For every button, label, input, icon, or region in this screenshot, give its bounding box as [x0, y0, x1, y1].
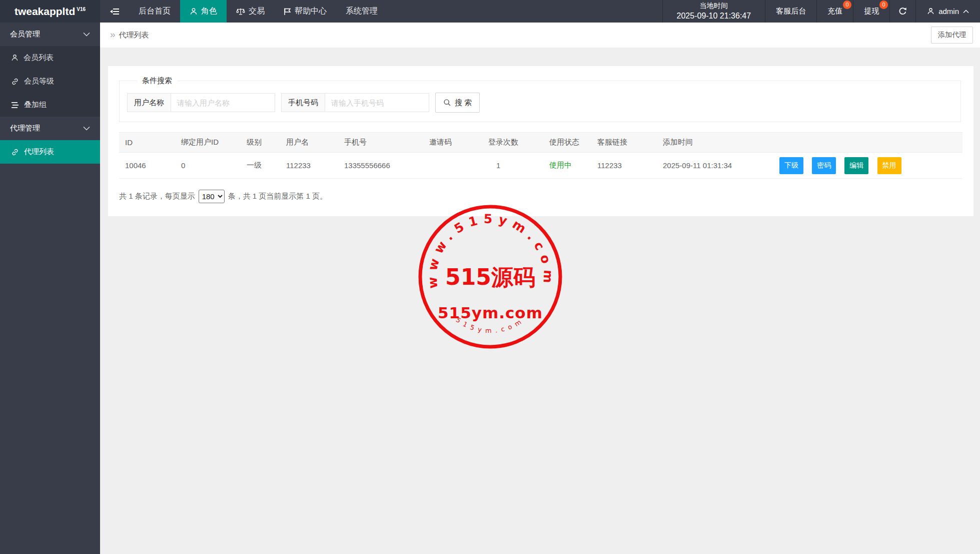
agent-table-wrap: ID 绑定用户ID 级别 用户名 手机号 邀请码 登录次数 使用状态 客服链接 … [119, 132, 962, 179]
menu-spread-icon [110, 8, 120, 16]
topnav-item-withdraw[interactable]: 提现 0 [853, 0, 890, 23]
search-button-label: 搜 索 [455, 98, 472, 108]
person-icon [11, 54, 19, 62]
watermark-center-text: 515源码 [445, 264, 535, 290]
cell-invite-code [423, 153, 482, 179]
search-button[interactable]: 搜 索 [435, 93, 480, 113]
topnav-label: 后台首页 [139, 6, 171, 17]
withdraw-count-badge: 0 [879, 1, 888, 9]
cell-created-at: 2025-09-11 01:31:34 [657, 153, 772, 179]
local-time-value: 2025-09-10 21:36:47 [677, 11, 751, 22]
quick-link-label: 客服后台 [776, 7, 806, 16]
edit-button[interactable]: 编辑 [844, 157, 868, 174]
cell-login-count: 1 [482, 153, 543, 179]
col-header-username: 用户名 [280, 133, 338, 153]
topnav-item-trade[interactable]: 交易 [227, 0, 274, 23]
col-header-service-link: 客服链接 [591, 133, 657, 153]
breadcrumb-bar: » 代理列表 添加代理 [100, 23, 980, 48]
password-button[interactable]: 密码 [812, 157, 836, 174]
col-header-login-count: 登录次数 [482, 133, 543, 153]
sub-agents-button[interactable]: 下级 [779, 157, 803, 174]
col-header-phone: 手机号 [338, 133, 423, 153]
chevron-down-icon [83, 126, 90, 131]
chevron-down-icon [83, 32, 90, 37]
col-header-invite-code: 邀请码 [423, 133, 482, 153]
phone-input[interactable] [325, 93, 429, 112]
sidebar-group-agent-management[interactable]: 代理管理 [0, 117, 100, 140]
person-icon [190, 8, 198, 16]
content-card: 条件搜索 用户名称 手机号码 搜 索 [108, 66, 973, 216]
username-field-group: 用户名称 [127, 93, 275, 112]
add-agent-button[interactable]: 添加代理 [931, 27, 973, 44]
top-header: tweakappltdV16 后台首页 角色 交易 [0, 0, 980, 23]
topnav-label: 帮助中心 [295, 6, 327, 17]
quick-link-label: 提现 [864, 7, 879, 16]
cell-bind-user-id: 0 [175, 153, 241, 179]
username-input[interactable] [171, 93, 275, 112]
username-field-label: 用户名称 [127, 93, 171, 112]
cell-id: 10046 [119, 153, 175, 179]
watermark-domain-text: 515ym.com [438, 304, 543, 322]
sidebar-item-member-level[interactable]: 会员等级 [0, 70, 100, 93]
phone-field-label: 手机号码 [281, 93, 325, 112]
search-panel-legend: 条件搜索 [137, 76, 177, 86]
topnav-label: 交易 [249, 6, 265, 17]
topnav-item-recharge[interactable]: 充值 0 [817, 0, 853, 23]
search-panel: 条件搜索 用户名称 手机号码 搜 索 [119, 76, 961, 122]
breadcrumb: » 代理列表 [110, 31, 149, 40]
watermark-arc-top-text: www.515ym.com [425, 212, 555, 289]
topnav-item-home[interactable]: 后台首页 [129, 0, 180, 23]
col-header-level: 级别 [241, 133, 280, 153]
watermark-arc-bottom-text: 515ym.com [455, 316, 526, 334]
topnav-label: 角色 [201, 6, 217, 17]
table-header-row: ID 绑定用户ID 级别 用户名 手机号 邀请码 登录次数 使用状态 客服链接 … [119, 133, 962, 153]
topnav-item-role[interactable]: 角色 [180, 0, 227, 23]
local-time-label: 当地时间 [677, 1, 751, 11]
cell-service-link: 112233 [591, 153, 657, 179]
topnav-item-help[interactable]: 帮助中心 [274, 0, 336, 23]
brand-logo: tweakappltdV16 [0, 0, 100, 23]
sidebar-item-agent-list[interactable]: 代理列表 [0, 140, 100, 164]
cell-status: 使用中 [543, 153, 591, 179]
disable-button[interactable]: 禁用 [877, 157, 901, 174]
topnav-item-system[interactable]: 系统管理 [336, 0, 387, 23]
pagination-suffix: 条，共 1 页当前显示第 1 页。 [228, 192, 327, 201]
watermark-stamp: www.515ym.com 515源码 515ym.com 515ym.com [415, 202, 565, 352]
sidebar-item-overlay-group[interactable]: 叠加组 [0, 93, 100, 117]
col-header-created-at: 添加时间 [657, 133, 772, 153]
table-row: 10046 0 一级 112233 13355556666 1 使用中 1122… [119, 153, 962, 179]
sidebar-item-label: 会员等级 [24, 77, 54, 86]
sidebar-item-member-list[interactable]: 会员列表 [0, 46, 100, 70]
cell-actions: 下级 密码 编辑 禁用 [772, 153, 962, 179]
topnav-item-service-admin[interactable]: 客服后台 [765, 0, 817, 23]
sidebar-item-label: 会员列表 [24, 53, 54, 63]
phone-field-group: 手机号码 [281, 93, 429, 112]
brand-version: V16 [77, 7, 86, 12]
user-name: admin [938, 7, 959, 16]
chevron-up-icon [963, 10, 969, 14]
stack-icon [11, 102, 19, 109]
link-icon [11, 148, 19, 156]
col-header-id: ID [119, 133, 175, 153]
cell-level: 一级 [241, 153, 280, 179]
pagination-bar: 共 1 条记录，每页显示 180 条，共 1 页当前显示第 1 页。 [119, 190, 961, 203]
person-icon [927, 8, 934, 15]
col-header-status: 使用状态 [543, 133, 591, 153]
col-header-bind-user-id: 绑定用户ID [175, 133, 241, 153]
col-header-actions [772, 133, 962, 153]
main-area: » 代理列表 添加代理 条件搜索 用户名称 手机号码 [100, 23, 980, 554]
search-row: 用户名称 手机号码 搜 索 [127, 93, 953, 113]
refresh-button[interactable] [890, 0, 916, 23]
sidebar-item-label: 叠加组 [24, 100, 47, 110]
quick-link-label: 充值 [827, 7, 842, 16]
user-menu[interactable]: admin [916, 0, 980, 23]
sidebar-group-member-management[interactable]: 会员管理 [0, 23, 100, 46]
refresh-icon [898, 7, 907, 16]
sidebar: 会员管理 会员列表 会员等级 叠加组 代理管理 [0, 23, 100, 554]
sidebar-toggle-button[interactable] [100, 0, 129, 23]
cell-phone: 13355556666 [338, 153, 423, 179]
per-page-select[interactable]: 180 [199, 190, 225, 203]
header-spacer [387, 0, 662, 23]
topnav-label: 系统管理 [346, 6, 378, 17]
sidebar-group-label: 会员管理 [10, 30, 40, 39]
